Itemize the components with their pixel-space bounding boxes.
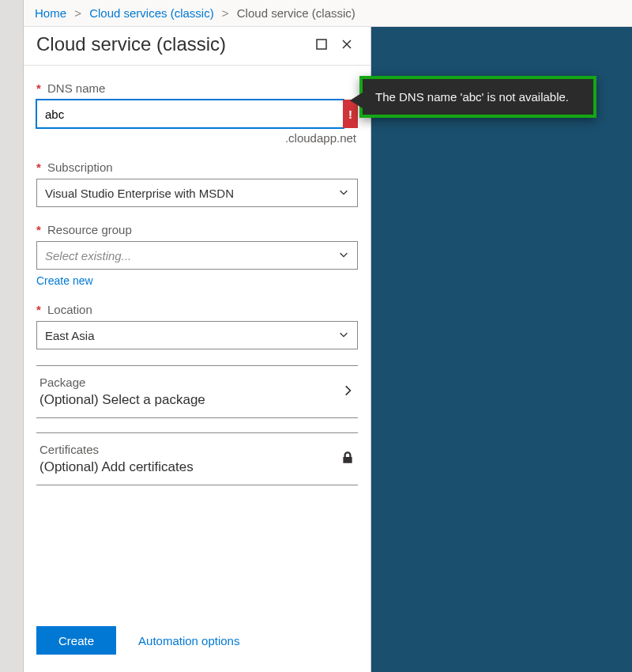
breadcrumb: Home > Cloud services (classic) > Cloud …: [24, 0, 632, 27]
location-value: East Asia: [45, 329, 95, 342]
chevron-down-icon: [338, 249, 349, 262]
resource-group-label: * Resource group: [36, 223, 358, 236]
certificates-title: Certificates: [40, 443, 194, 456]
page-title: Cloud service (classic): [36, 33, 310, 55]
certificates-subtitle: (Optional) Add certificates: [40, 459, 194, 475]
breadcrumb-cloud-services[interactable]: Cloud services (classic): [89, 6, 214, 20]
blade-cloud-service: Cloud service (classic) *: [24, 27, 371, 672]
breadcrumb-home[interactable]: Home: [35, 6, 66, 20]
chevron-right-icon: [340, 383, 355, 400]
field-location: * Location East Asia: [36, 303, 358, 349]
breadcrumb-cloud-service: Cloud service (classic): [237, 6, 356, 20]
subscription-select[interactable]: Visual Studio Enterprise with MSDN: [36, 179, 358, 207]
validation-tooltip: The DNS name 'abc' is not available.: [359, 76, 596, 118]
required-asterisk: *: [36, 81, 41, 95]
blade-header: Cloud service (classic): [24, 27, 371, 66]
field-resource-group: * Resource group Select existing... Crea…: [36, 223, 358, 287]
required-asterisk: *: [36, 303, 41, 316]
chevron-down-icon: [338, 187, 349, 200]
dns-name-input[interactable]: [36, 100, 344, 128]
package-subtitle: (Optional) Select a package: [40, 392, 205, 408]
lock-icon: [340, 451, 355, 467]
chevron-right-icon: >: [222, 6, 229, 20]
required-asterisk: *: [36, 223, 41, 236]
dns-suffix-label: .cloudapp.net: [36, 128, 358, 145]
resource-group-placeholder: Select existing...: [45, 249, 131, 262]
package-row[interactable]: Package (Optional) Select a package: [36, 365, 358, 418]
resource-group-select[interactable]: Select existing...: [36, 241, 358, 270]
automation-options-link[interactable]: Automation options: [138, 634, 239, 647]
blade-footer: Create Automation options: [24, 617, 371, 672]
svg-rect-0: [317, 40, 326, 49]
tooltip-text: The DNS name 'abc' is not available.: [375, 90, 569, 104]
chevron-right-icon: >: [74, 6, 81, 20]
certificates-row[interactable]: Certificates (Optional) Add certificates: [36, 432, 358, 485]
location-label: * Location: [36, 303, 358, 316]
field-subscription: * Subscription Visual Studio Enterprise …: [36, 160, 358, 207]
subscription-value: Visual Studio Enterprise with MSDN: [45, 187, 234, 200]
package-title: Package: [40, 376, 205, 389]
required-asterisk: *: [36, 160, 41, 174]
left-rail: [0, 0, 24, 672]
subscription-label: * Subscription: [36, 160, 358, 174]
close-icon[interactable]: [336, 33, 358, 55]
field-dns-name: * DNS name ! .cloudapp.net: [36, 81, 358, 145]
dns-name-label: * DNS name: [36, 81, 358, 95]
maximize-icon[interactable]: [310, 33, 333, 55]
create-button[interactable]: Create: [36, 626, 116, 655]
create-new-link[interactable]: Create new: [36, 274, 93, 287]
location-select[interactable]: East Asia: [36, 321, 358, 349]
chevron-down-icon: [338, 329, 349, 342]
background-pane: [371, 27, 632, 672]
